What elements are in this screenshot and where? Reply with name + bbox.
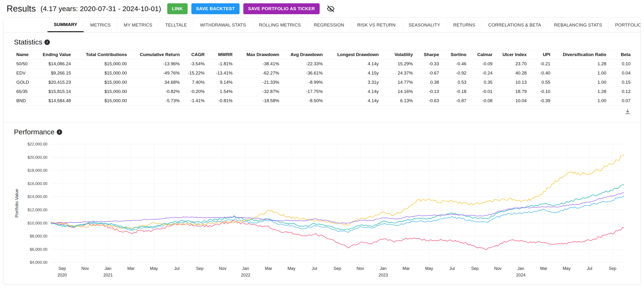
stat-value: -5.73%: [129, 96, 182, 106]
tab-regression[interactable]: REGRESSION: [307, 18, 350, 32]
stat-value: -32.87%: [235, 87, 281, 96]
stat-value: -0.20%: [182, 87, 207, 96]
tab-seasonality[interactable]: SEASONALITY: [402, 18, 446, 32]
svg-text:$12,000.00: $12,000.00: [28, 208, 47, 212]
stat-value: 6.13%: [381, 96, 415, 106]
stat-value: $15,000.00: [73, 96, 129, 106]
svg-text:Sep: Sep: [196, 266, 204, 271]
svg-text:Nov: Nov: [356, 266, 364, 271]
svg-text:Jan: Jan: [380, 266, 387, 271]
col-cumulative-return: Cumulative Return: [129, 50, 182, 59]
col-beta: Beta: [608, 50, 633, 59]
svg-text:$6,000.00: $6,000.00: [30, 247, 48, 252]
stat-value: 15.29%: [381, 59, 415, 69]
svg-text:Jul: Jul: [587, 266, 592, 271]
col-avg-drawdown: Avg Drawdown: [282, 50, 325, 59]
stat-value: 4.14y: [325, 96, 381, 106]
svg-text:Jul: Jul: [449, 266, 455, 271]
page-title: Results: [6, 4, 36, 14]
stat-value: -0.18: [441, 87, 469, 96]
stat-value: 4.14y: [325, 87, 381, 96]
svg-text:$20,000.00: $20,000.00: [28, 155, 47, 160]
svg-text:Sep: Sep: [471, 266, 479, 271]
svg-text:May: May: [425, 266, 433, 271]
svg-text:Mar: Mar: [127, 266, 135, 271]
svg-text:Mar: Mar: [265, 266, 272, 271]
stat-value: -0.09: [469, 59, 495, 69]
stat-value: -15.22%: [182, 69, 207, 78]
tab-portfolio-allocation[interactable]: PORTFOLIO ALLOCATION: [608, 18, 641, 32]
col-cagr: CAGR: [182, 50, 207, 59]
link-button[interactable]: LINK: [167, 3, 188, 14]
results-header: Results (4.17 years: 2020-07-31 - 2024-1…: [0, 0, 644, 17]
stat-value: -0.39: [529, 96, 552, 106]
tab-correlations-beta[interactable]: CORRELATIONS & BETA: [482, 18, 548, 32]
svg-text:$10,000.00: $10,000.00: [28, 221, 47, 225]
tab-rebalancing-stats[interactable]: REBALANCING STATS: [548, 18, 608, 32]
svg-text:$16,000.00: $16,000.00: [28, 181, 47, 186]
save-portfolio-as-ticker-button[interactable]: SAVE PORTFOLIO AS TICKER: [243, 3, 320, 14]
stat-value: -0.82%: [129, 87, 182, 96]
section-divider: [4, 122, 640, 122]
performance-info-icon[interactable]: i: [57, 129, 62, 135]
stat-value: $15,000.00: [73, 59, 129, 69]
stat-value: 7.40%: [182, 78, 207, 87]
stat-value: -0.01: [469, 87, 495, 96]
stat-value: -49.76%: [129, 69, 182, 78]
tab-telltale[interactable]: TELLTALE: [159, 18, 194, 32]
portfolio-name: 50/50: [11, 59, 36, 69]
eye-off-icon[interactable]: [327, 4, 336, 13]
table-row-bnd: BND$14,584.48$15,000.00-5.73%-1.41%-0.81…: [11, 96, 633, 106]
stat-value: -8.99%: [282, 78, 325, 87]
stat-value: 0.55: [529, 78, 552, 87]
stat-value: -0.10: [529, 87, 552, 96]
stat-value: 4.14y: [325, 59, 381, 69]
tab-withdrawal-stats[interactable]: WITHDRAWAL STATS: [193, 18, 252, 32]
col-sharpe: Sharpe: [415, 50, 442, 59]
svg-text:$8,000.00: $8,000.00: [30, 234, 48, 238]
stat-value: -0.13: [415, 87, 442, 96]
tab-risk-vs-return[interactable]: RISK VS RETURN: [350, 18, 402, 32]
stat-value: 1.00: [552, 96, 608, 106]
download-table-icon[interactable]: [624, 108, 631, 116]
stat-value: 10.04: [495, 96, 529, 106]
stat-value: 4.15y: [325, 69, 381, 78]
stat-value: 24.37%: [381, 69, 415, 78]
performance-heading: Performance: [14, 128, 54, 136]
stat-value: -0.81%: [207, 96, 235, 106]
svg-text:Jan: Jan: [105, 266, 112, 271]
stat-value: -0.92: [441, 69, 469, 78]
stat-value: 40.28: [495, 69, 529, 78]
col-volatility: Volatility: [381, 50, 415, 59]
performance-chart: $4,000.00$6,000.00$8,000.00$10,000.00$12…: [12, 140, 632, 284]
stat-value: $15,000.00: [73, 78, 129, 87]
tab-my-metrics[interactable]: MY METRICS: [117, 18, 159, 32]
stat-value: 0.38: [415, 78, 442, 87]
svg-text:Sep: Sep: [334, 266, 341, 271]
tab-rolling-metrics[interactable]: ROLLING METRICS: [252, 18, 307, 32]
save-backtest-button[interactable]: SAVE BACKTEST: [191, 3, 240, 14]
stat-value: 0.15: [608, 78, 633, 87]
col-mwrr: MWRR: [207, 50, 235, 59]
portfolio-name: BND: [11, 96, 36, 106]
tab-returns[interactable]: RETURNS: [446, 18, 482, 32]
svg-text:2021: 2021: [103, 273, 113, 277]
col-ending-value: Ending Value: [36, 50, 73, 59]
stat-value: 0.35: [469, 78, 495, 87]
col-name: Name: [11, 50, 36, 59]
svg-text:$14,000.00: $14,000.00: [28, 194, 47, 199]
stat-value: $15,000.00: [73, 87, 129, 96]
statistics-table: NameEnding ValueTotal ContributionsCumul…: [11, 50, 633, 106]
svg-text:Jan: Jan: [242, 266, 249, 271]
stat-value: 1.00: [552, 69, 608, 78]
svg-text:Jul: Jul: [174, 266, 180, 271]
portfolio-name: GOLD: [11, 78, 36, 87]
stat-value: -13.96%: [129, 59, 182, 69]
svg-text:Nov: Nov: [81, 266, 89, 271]
statistics-info-icon[interactable]: i: [44, 40, 50, 45]
col-sortino: Sortino: [441, 50, 469, 59]
tab-metrics[interactable]: METRICS: [84, 18, 117, 32]
results-card: SUMMARYMETRICSMY METRICSTELLTALEWITHDRAW…: [3, 18, 641, 284]
tab-summary[interactable]: SUMMARY: [48, 18, 84, 32]
svg-text:Nov: Nov: [494, 266, 502, 271]
